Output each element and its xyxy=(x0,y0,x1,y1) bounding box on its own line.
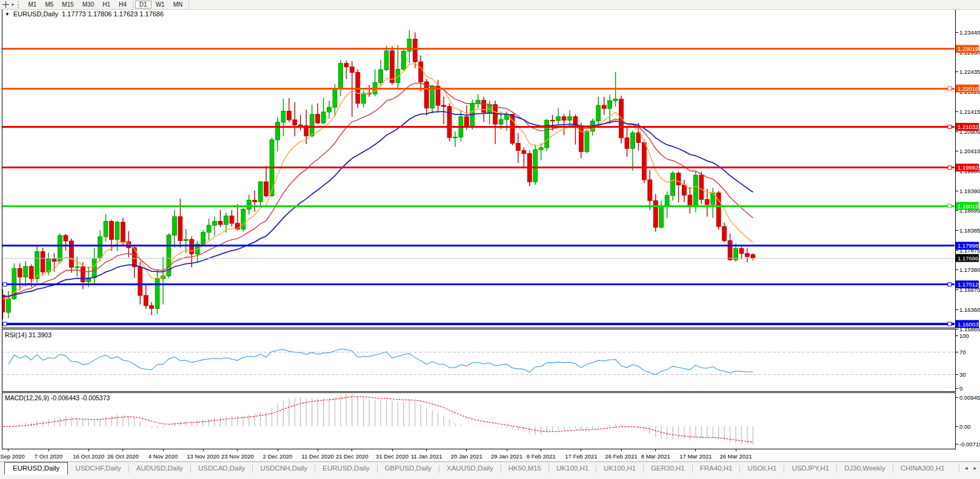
date-axis-label: 11 Jan 2021 xyxy=(411,453,442,460)
hline-marker[interactable] xyxy=(3,283,7,286)
symbol-tab-hk50-8[interactable]: HK50,M15 xyxy=(501,462,548,474)
chart-dropdown-icon[interactable]: ▼ xyxy=(5,12,10,17)
price-axis-label: 1.19390 xyxy=(959,188,980,194)
candle-body xyxy=(522,150,526,153)
symbol-tab-ger30-11[interactable]: GER30,H1 xyxy=(644,462,692,474)
candle-body xyxy=(453,137,458,137)
symbol-tab-uk100-10[interactable]: UK100,H1 xyxy=(596,462,643,474)
candle-body xyxy=(184,239,188,240)
date-axis-label: 29 Jan 2021 xyxy=(491,453,522,460)
candle-body xyxy=(659,207,664,228)
candle-body xyxy=(7,299,11,312)
hline-marker[interactable] xyxy=(948,204,952,208)
price-level-badge-text: 1.16003 xyxy=(958,321,978,328)
symbol-tab-usdcnh-4[interactable]: USDCNH,Daily xyxy=(253,462,315,474)
candle-body xyxy=(241,210,245,230)
candle-body xyxy=(41,251,45,272)
hline-marker[interactable] xyxy=(948,125,952,128)
rsi-axis-label: 0 xyxy=(959,385,962,392)
candle-body xyxy=(728,240,732,260)
price-axis-label: 1.20410 xyxy=(959,148,980,154)
candle-body xyxy=(465,117,469,127)
toolbar-grip[interactable] xyxy=(18,1,21,8)
crosshair-cursor-icon[interactable] xyxy=(2,1,10,8)
date-axis-label: 26 Feb 2021 xyxy=(605,453,637,460)
candle-body xyxy=(29,266,33,279)
price-axis-label: 1.17380 xyxy=(959,266,980,273)
candle-body xyxy=(58,236,62,262)
symbol-tab-dj30-15[interactable]: DJ30,Weekly xyxy=(837,462,893,474)
timeframe-button-w1[interactable]: W1 xyxy=(152,1,169,8)
candle-body xyxy=(676,173,681,185)
candle-body xyxy=(430,86,435,108)
timeframe-buttons: M1M5M15M30H1H4D1W1MN xyxy=(24,1,192,8)
date-axis-label: 11 Dec 2020 xyxy=(302,453,334,460)
chart-canvas[interactable]: 1.234401.229301.224351.219251.214151.209… xyxy=(0,0,980,479)
symbol-tab-usdjpy-14[interactable]: USDJPY,H1 xyxy=(784,462,836,474)
hline-marker[interactable] xyxy=(948,166,952,170)
timeframe-button-m5[interactable]: M5 xyxy=(41,1,58,8)
macd-axis-label: -0.00719 xyxy=(959,441,980,448)
candle-body xyxy=(18,268,22,277)
candle-body xyxy=(253,200,257,202)
price-level-badge-text: 1.19992 xyxy=(958,164,978,171)
price-level-badge-text: 1.17998 xyxy=(958,242,978,249)
candle-body xyxy=(384,51,388,70)
symbol-tab-fra40-12[interactable]: FRA40,H1 xyxy=(693,462,740,474)
candle-body xyxy=(562,117,566,121)
timeframe-button-m1[interactable]: M1 xyxy=(24,1,41,8)
tab-scroll-left-icon[interactable]: ◄ xyxy=(964,466,968,471)
candle-body xyxy=(81,267,85,282)
timeframe-button-m30[interactable]: M30 xyxy=(78,1,98,8)
price-axis-label: 1.23440 xyxy=(959,29,980,36)
date-axis-label: 20 Jan 2021 xyxy=(451,453,482,460)
candle-body xyxy=(321,112,325,123)
symbol-tab-usdcad-3[interactable]: USDCAD,Daily xyxy=(191,462,252,474)
date-axis-label: 28 Sep 2020 xyxy=(0,453,25,460)
candle-body xyxy=(613,99,618,101)
candle-body xyxy=(333,89,337,107)
timeframe-button-h1[interactable]: H1 xyxy=(98,1,115,8)
candle-body xyxy=(539,148,543,150)
symbol-tab-eurusd-5[interactable]: EURUSD,Daily xyxy=(315,462,376,474)
price-axis-label: 1.21415 xyxy=(959,108,980,115)
candle-body xyxy=(447,107,452,137)
rsi-axis-label: 100 xyxy=(959,332,969,339)
candle-body xyxy=(339,64,343,90)
timeframe-toolbar: ▾ M1M5M15M30H1H4D1W1MN xyxy=(0,0,980,10)
timeframe-button-m15[interactable]: M15 xyxy=(58,1,78,8)
symbol-tab-eurusd-0[interactable]: EURUSD,Daily xyxy=(4,462,68,475)
timeframe-button-d1[interactable]: D1 xyxy=(135,1,152,8)
timeframe-button-h4[interactable]: H4 xyxy=(115,1,131,8)
symbol-tab-audusd-2[interactable]: AUDUSD,Daily xyxy=(129,462,190,474)
cursor-dropdown-icon[interactable]: ▾ xyxy=(12,2,14,7)
symbol-tab-usdchf-1[interactable]: USDCHF,Daily xyxy=(68,462,128,474)
hline-marker[interactable] xyxy=(948,322,952,326)
symbol-tab-gbpusd-6[interactable]: GBPUSD,Daily xyxy=(378,462,439,474)
candle-body xyxy=(207,225,211,233)
candle-body xyxy=(545,121,549,148)
hline-marker[interactable] xyxy=(948,87,952,90)
hline-marker[interactable] xyxy=(3,322,7,326)
candle-body xyxy=(155,279,159,308)
hline-marker[interactable] xyxy=(948,283,952,286)
symbol-tab-bar: EURUSD,DailyUSDCHF,DailyAUDUSD,DailyUSDC… xyxy=(0,461,980,479)
price-level-badge-text: 1.22010 xyxy=(958,85,978,92)
candle-body xyxy=(150,306,154,309)
candle-body xyxy=(110,222,114,240)
timeframe-button-mn[interactable]: MN xyxy=(169,1,187,8)
candle-body xyxy=(92,258,96,277)
symbol-tab-uk100-9[interactable]: UK100,H1 xyxy=(549,462,596,474)
candle-body xyxy=(631,133,635,148)
symbol-tab-xauusd-7[interactable]: XAUUSD,Daily xyxy=(439,462,501,474)
candle-body xyxy=(213,222,217,225)
candle-body xyxy=(636,133,641,142)
candle-body xyxy=(224,216,228,225)
candle-body xyxy=(258,182,262,202)
symbol-tab-usoil-13[interactable]: USOil,H1 xyxy=(740,462,784,474)
tab-scroll-right-icon[interactable]: ► xyxy=(973,466,978,471)
candle-body xyxy=(298,125,302,125)
candle-body xyxy=(671,173,675,196)
date-axis-label: 13 Nov 2020 xyxy=(187,453,219,460)
symbol-tab-china300-16[interactable]: CHINA300,H1 xyxy=(893,462,952,474)
